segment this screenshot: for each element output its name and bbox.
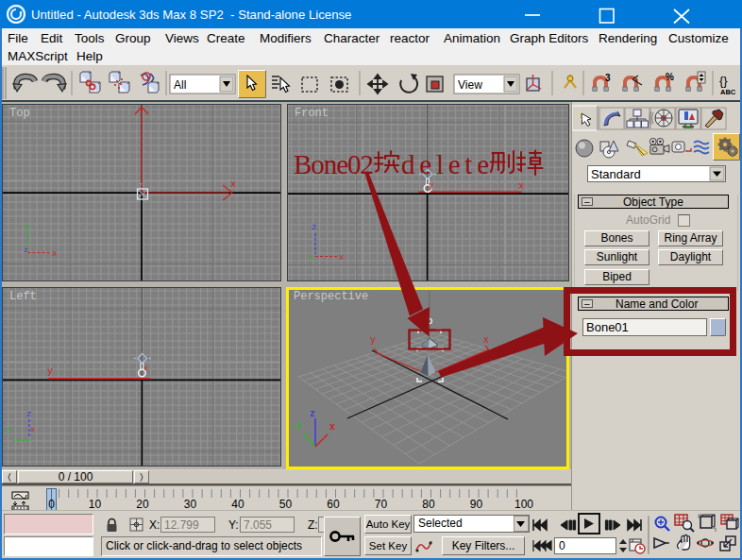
svg-text:Bone02: Bone02	[294, 149, 374, 179]
svg-text:delete: delete	[401, 149, 489, 179]
